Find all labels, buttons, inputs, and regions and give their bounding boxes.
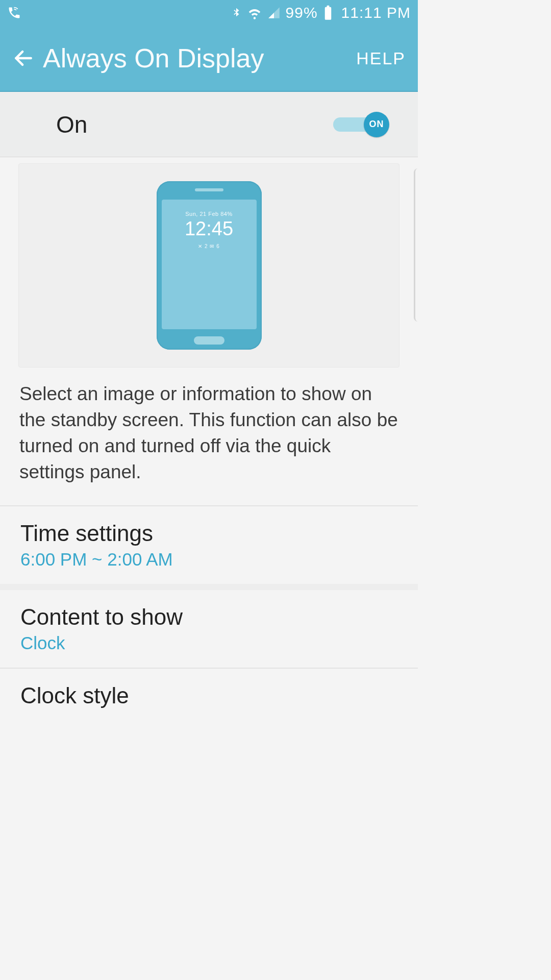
battery-percent: 99% xyxy=(286,4,318,21)
preview-notification-line: ✕ 2 ✉ 6 xyxy=(162,243,257,249)
switch-knob: ON xyxy=(364,112,389,137)
app-bar: Always On Display HELP xyxy=(0,26,418,92)
preview-date-line: Sun, 21 Feb 84% xyxy=(162,211,257,217)
setting-value: 6:00 PM ~ 2:00 AM xyxy=(20,549,397,570)
phone-speaker xyxy=(195,188,223,191)
setting-clock-style[interactable]: Clock style xyxy=(0,668,418,716)
svg-rect-1 xyxy=(327,6,329,8)
screen: 99% 11:11 PM Always On Display HELP On O… xyxy=(0,0,418,743)
content: Sun, 21 Feb 84% 12:45 ✕ 2 ✉ 6 Select an … xyxy=(0,163,418,716)
preview-card[interactable]: Sun, 21 Feb 84% 12:45 ✕ 2 ✉ 6 xyxy=(18,163,399,368)
setting-title: Time settings xyxy=(20,521,397,546)
phone-illustration: Sun, 21 Feb 84% 12:45 ✕ 2 ✉ 6 xyxy=(157,181,262,350)
bluetooth-icon xyxy=(231,5,242,20)
setting-title: Content to show xyxy=(20,604,397,630)
setting-time-settings[interactable]: Time settings 6:00 PM ~ 2:00 AM xyxy=(0,505,418,584)
signal-icon xyxy=(267,6,281,19)
wifi-calling-icon xyxy=(7,6,21,20)
page-title: Always On Display xyxy=(43,43,264,74)
battery-icon xyxy=(323,5,333,20)
master-toggle-switch[interactable]: ON xyxy=(333,112,389,137)
preview-clock: 12:45 xyxy=(162,219,257,239)
settings-list: Time settings 6:00 PM ~ 2:00 AM Content … xyxy=(0,505,418,716)
setting-content-to-show[interactable]: Content to show Clock xyxy=(0,584,418,668)
wifi-icon xyxy=(247,5,262,20)
help-button[interactable]: HELP xyxy=(356,48,406,68)
status-time: 11:11 PM xyxy=(338,4,411,21)
setting-title: Clock style xyxy=(20,683,397,708)
master-toggle-row[interactable]: On ON xyxy=(0,92,418,157)
phone-home-button xyxy=(194,336,224,345)
description-text: Select an image or information to show o… xyxy=(0,377,418,505)
master-toggle-label: On xyxy=(56,111,87,138)
edge-panel-handle[interactable] xyxy=(414,168,418,322)
status-bar: 99% 11:11 PM xyxy=(0,0,418,26)
svg-rect-0 xyxy=(324,7,331,20)
back-button[interactable] xyxy=(12,47,35,69)
phone-screen: Sun, 21 Feb 84% 12:45 ✕ 2 ✉ 6 xyxy=(162,200,257,329)
setting-value: Clock xyxy=(20,633,397,653)
